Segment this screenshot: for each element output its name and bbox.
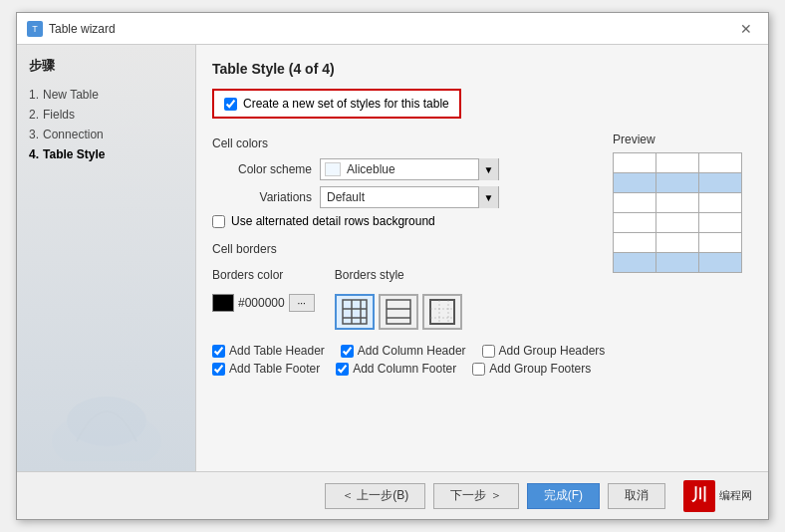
add-table-header-item: Add Table Header	[212, 344, 325, 358]
checkbox-row-1: Add Table Header Add Column Header Add G…	[212, 344, 613, 358]
border-color-picker-btn[interactable]: ···	[289, 294, 315, 312]
add-group-headers-item: Add Group Headers	[482, 344, 606, 358]
brand-text: 编程网	[719, 488, 752, 503]
borders-style-btns	[335, 294, 462, 330]
cell-colors-label: Cell colors	[212, 136, 613, 150]
main-left: Cell colors Color scheme Aliceblue ▼ Var…	[212, 133, 613, 376]
add-column-footer-label: Add Column Footer	[353, 362, 456, 376]
top-area: Cell colors Color scheme Aliceblue ▼ Var…	[212, 133, 752, 376]
footer-bar: ＜ 上一步(B) 下一步 ＞ 完成(F) 取消 川 编程网	[17, 471, 768, 519]
preview-panel: Preview	[613, 133, 752, 376]
preview-title: Preview	[613, 133, 752, 146]
border-color-row: #000000 ···	[212, 294, 315, 312]
variations-arrow[interactable]: ▼	[478, 186, 498, 208]
close-button[interactable]: ✕	[734, 19, 758, 39]
svg-rect-10	[430, 300, 454, 324]
back-button[interactable]: ＜ 上一步(B)	[325, 483, 425, 509]
panel-title: Table Style (4 of 4)	[212, 61, 752, 77]
add-column-footer-item: Add Column Footer	[336, 362, 456, 376]
step-1: 1.New Table	[29, 85, 183, 105]
finish-button[interactable]: 完成(F)	[527, 483, 600, 509]
add-table-footer-checkbox[interactable]	[212, 363, 225, 376]
variations-select[interactable]: Default ▼	[320, 186, 499, 208]
step-2-label: Fields	[43, 108, 75, 122]
sidebar-watermark	[17, 362, 195, 461]
style-btn-outer[interactable]	[422, 294, 462, 330]
preview-row-2	[614, 173, 742, 193]
color-swatch-aliceblue	[325, 162, 341, 176]
add-table-footer-item: Add Table Footer	[212, 362, 320, 376]
add-group-headers-label: Add Group Headers	[499, 344, 606, 358]
title-bar: T Table wizard ✕	[17, 13, 768, 45]
alternated-row: Use alternated detail rows background	[212, 214, 613, 228]
cancel-button[interactable]: 取消	[608, 483, 665, 509]
alternated-label: Use alternated detail rows background	[231, 214, 435, 228]
border-color-swatch[interactable]	[212, 294, 234, 312]
color-scheme-value: Aliceblue	[345, 162, 478, 176]
variations-value: Default	[321, 190, 478, 204]
add-group-headers-checkbox[interactable]	[482, 345, 495, 358]
add-table-header-label: Add Table Header	[229, 344, 325, 358]
dialog: T Table wizard ✕ 步骤 1.New Table 2.Fields…	[16, 12, 769, 520]
step-3: 3.Connection	[29, 125, 183, 144]
add-column-header-checkbox[interactable]	[341, 345, 354, 358]
table-wizard-icon: T	[27, 21, 43, 37]
cell-colors-section: Cell colors Color scheme Aliceblue ▼ Var…	[212, 136, 613, 228]
borders-style-col: Borders style	[335, 264, 462, 330]
checkboxes-section: Add Table Header Add Column Header Add G…	[212, 344, 613, 376]
borders-row: Borders color #000000 ··· Borders style	[212, 264, 613, 330]
create-styles-label: Create a new set of styles for this tabl…	[243, 97, 449, 111]
preview-row-5	[614, 233, 742, 253]
add-group-footers-label: Add Group Footers	[489, 362, 591, 376]
border-color-col: Borders color #000000 ···	[212, 264, 315, 312]
step-2: 2.Fields	[29, 105, 183, 125]
sidebar-title: 步骤	[29, 57, 183, 75]
add-column-footer-checkbox[interactable]	[336, 363, 349, 376]
svg-rect-7	[387, 300, 410, 324]
brand-logo-icon: 川	[683, 480, 715, 512]
step-4: 4.Table Style	[29, 144, 183, 164]
step-4-label: Table Style	[43, 147, 105, 161]
preview-row-6	[614, 253, 742, 273]
sidebar: 步骤 1.New Table 2.Fields 3.Connection 4.T…	[17, 45, 196, 471]
color-scheme-label: Color scheme	[212, 162, 312, 176]
alternated-checkbox[interactable]	[212, 215, 225, 228]
step-1-label: New Table	[43, 88, 99, 102]
add-group-footers-checkbox[interactable]	[472, 363, 485, 376]
add-table-header-checkbox[interactable]	[212, 345, 225, 358]
style-btn-horizontal[interactable]	[379, 294, 418, 330]
cell-borders-section: Cell borders Borders color #000000 ···	[212, 242, 613, 330]
borders-style-label: Borders style	[335, 268, 462, 282]
svg-rect-2	[343, 300, 367, 324]
preview-row-4	[614, 213, 742, 233]
steps-list: 1.New Table 2.Fields 3.Connection 4.Tabl…	[29, 85, 183, 164]
step-3-label: Connection	[43, 128, 104, 141]
variations-label: Variations	[212, 190, 312, 204]
add-column-header-item: Add Column Header	[341, 344, 466, 358]
style-btn-full-grid[interactable]	[335, 294, 375, 330]
footer-brand: 川 编程网	[683, 480, 752, 512]
add-table-footer-label: Add Table Footer	[229, 362, 320, 376]
cell-borders-label: Cell borders	[212, 242, 613, 256]
variations-row: Variations Default ▼	[212, 186, 613, 208]
create-styles-box: Create a new set of styles for this tabl…	[212, 89, 461, 119]
next-button[interactable]: 下一步 ＞	[433, 483, 518, 509]
title-bar-left: T Table wizard	[27, 21, 116, 37]
content-area: 步骤 1.New Table 2.Fields 3.Connection 4.T…	[17, 45, 768, 471]
dialog-title: Table wizard	[49, 22, 116, 36]
create-styles-checkbox[interactable]	[224, 98, 237, 111]
main-panel: Table Style (4 of 4) Create a new set of…	[196, 45, 768, 471]
preview-row-1	[614, 153, 742, 173]
color-scheme-row: Color scheme Aliceblue ▼	[212, 158, 613, 180]
preview-row-3	[614, 193, 742, 213]
border-color-value: #000000	[238, 296, 285, 310]
preview-table	[613, 152, 742, 273]
add-group-footers-item: Add Group Footers	[472, 362, 591, 376]
checkbox-row-2: Add Table Footer Add Column Footer Add G…	[212, 362, 613, 376]
add-column-header-label: Add Column Header	[358, 344, 466, 358]
color-scheme-arrow[interactable]: ▼	[478, 158, 498, 180]
borders-color-label: Borders color	[212, 268, 315, 282]
color-scheme-select[interactable]: Aliceblue ▼	[320, 158, 499, 180]
